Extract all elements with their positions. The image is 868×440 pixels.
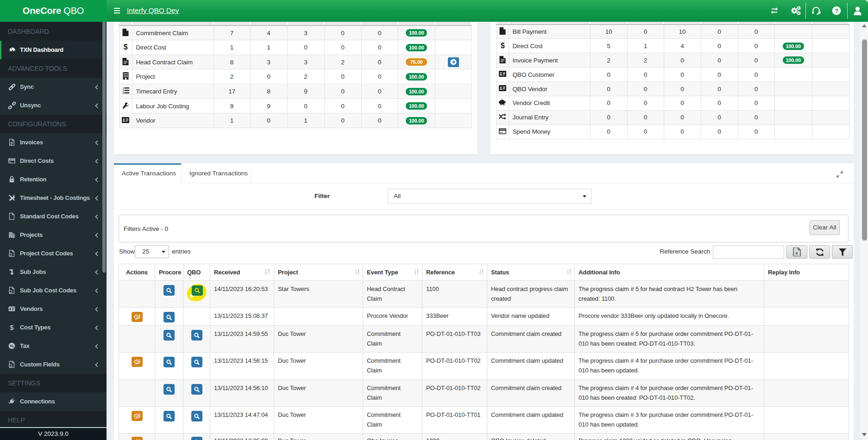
svg-text:%: % [10, 343, 14, 348]
svg-text:x: x [795, 251, 798, 255]
svg-text:2: 2 [123, 90, 124, 92]
svg-text:3: 3 [123, 93, 124, 94]
svg-text:$: $ [500, 42, 504, 49]
svg-text:$: $ [124, 43, 128, 50]
svg-text:?: ? [835, 7, 838, 14]
svg-text:$: $ [10, 324, 14, 331]
svg-text:1: 1 [123, 87, 124, 90]
